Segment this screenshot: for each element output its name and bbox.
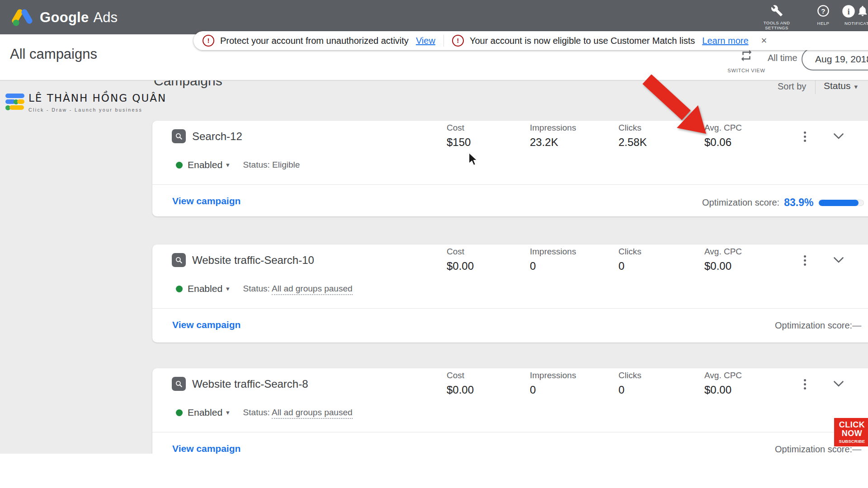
sort-by-label: Sort by (778, 81, 806, 92)
switch-view-icon (739, 49, 754, 62)
subscribe-badge[interactable]: CLICK NOW SUBSCRIBE (834, 418, 868, 446)
alert-divider (443, 35, 444, 47)
stat-avg-cpc: Avg. CPC$0.00 (704, 371, 742, 396)
badge-line2: NOW (834, 429, 868, 438)
google-ads-triangle-icon (12, 8, 33, 27)
caret-down-icon[interactable]: ▾ (226, 408, 230, 417)
stat-label: Cost (447, 371, 474, 380)
google-ads-logo: GoogleAds (12, 8, 118, 27)
time-range-label[interactable]: All time (768, 53, 797, 63)
campaign-card-website-traffic-search-10: Website traffic-Search-10 Cost$0.00 Impr… (152, 244, 868, 343)
sort-status-dropdown[interactable]: Status▾ (824, 80, 858, 91)
stat-clicks: Clicks0 (618, 247, 642, 272)
watermark-text: LÊ THÀNH HỒNG QUÂN Click - Draw - Launch… (28, 92, 166, 113)
enabled-dot-icon (176, 409, 183, 416)
optimization-value: 83.9% (784, 197, 813, 209)
more-options-icon[interactable] (804, 255, 806, 266)
tools-and-settings-button[interactable]: TOOLS AND SETTINGS (756, 5, 797, 30)
stat-value: 0 (530, 384, 576, 396)
bottom-letterbox (0, 454, 868, 488)
more-options-icon[interactable] (804, 379, 806, 389)
badge-line3: SUBSCRIBE (834, 439, 868, 444)
enabled-dot-icon (176, 286, 183, 292)
card-divider (152, 184, 868, 185)
svg-text:?: ? (821, 7, 825, 15)
stat-impressions: Impressions0 (530, 247, 576, 272)
campaign-status: Status: All ad groups paused (243, 284, 353, 294)
caret-down-icon[interactable]: ▾ (226, 285, 230, 293)
mouse-cursor-icon (468, 152, 479, 166)
alert-bar: ! Protect your account from unauthorized… (193, 31, 868, 50)
chevron-down-icon[interactable] (833, 133, 844, 141)
stat-value: 0 (530, 260, 576, 272)
view-campaign-link[interactable]: View campaign (172, 196, 241, 206)
brand-ads: Ads (94, 9, 118, 25)
optimization-score: Optimization score: 83.9% (702, 197, 864, 209)
wrench-icon (771, 5, 783, 17)
caret-down-icon[interactable]: ▾ (226, 161, 230, 169)
view-link[interactable]: View (416, 36, 435, 46)
campaign-name[interactable]: Search-12 (192, 130, 242, 143)
status-detail[interactable]: All ad groups paused (272, 284, 353, 295)
red-annotation-arrow (640, 75, 712, 139)
status-row: Enabled ▾ Status: All ad groups paused (176, 407, 353, 418)
optimization-label: Optimization score: (775, 320, 852, 331)
warning-icon: ! (203, 35, 214, 47)
top-app-bar: GoogleAds TOOLS AND SETTINGS ? HELP i NO… (0, 0, 868, 34)
chevron-down-icon[interactable] (833, 380, 844, 389)
stat-value: 0 (618, 260, 642, 272)
search-campaign-icon (172, 377, 186, 391)
svg-text:i: i (847, 7, 849, 16)
campaign-name[interactable]: Website traffic-Search-8 (192, 378, 308, 390)
campaign-card-website-traffic-search-8: Website traffic-Search-8 Cost$0.00 Impre… (152, 368, 868, 466)
campaign-state[interactable]: Enabled (188, 160, 222, 170)
stat-value: 0 (618, 384, 642, 396)
page-title: All campaigns (10, 46, 97, 62)
close-icon[interactable]: × (761, 35, 767, 47)
stat-label: Clicks (618, 371, 642, 380)
date-range-picker[interactable]: Aug 19, 2018 (802, 48, 868, 70)
campaign-status: Status: All ad groups paused (243, 408, 353, 418)
campaign-name[interactable]: Website traffic-Search-10 (192, 254, 314, 267)
stat-label: Avg. CPC (704, 247, 742, 257)
watermark-name: LÊ THÀNH HỒNG QUÂN (28, 92, 166, 104)
channel-watermark: LÊ THÀNH HỒNG QUÂN Click - Draw - Launch… (5, 92, 166, 113)
campaign-card-search-12: Search-12 Cost$150 Impressions23.2K Clic… (152, 121, 868, 216)
learn-more-link[interactable]: Learn more (702, 36, 748, 46)
watermark-tagline: Click - Draw - Launch your business (28, 107, 166, 113)
view-campaign-link[interactable]: View campaign (172, 319, 241, 330)
card-divider (152, 308, 868, 309)
help-label: HELP (810, 21, 836, 26)
status-prefix: Status: (243, 284, 270, 293)
search-campaign-icon (172, 253, 186, 267)
card-divider (152, 432, 868, 432)
notifications-button[interactable]: NOTIFICATIONS (856, 5, 868, 26)
badge-line1: CLICK (834, 421, 868, 429)
stat-impressions: Impressions23.2K (530, 123, 576, 149)
account-info-button[interactable]: i (841, 5, 856, 20)
switch-view-button[interactable]: SWITCH VIEW (717, 49, 776, 73)
stat-value: $0.00 (704, 384, 742, 396)
status-detail[interactable]: All ad groups paused (272, 408, 353, 419)
info-icon: i (842, 5, 855, 18)
stat-cost: Cost$0.00 (447, 371, 474, 396)
sort-value: Status (824, 80, 851, 91)
switch-view-label: SWITCH VIEW (717, 68, 776, 73)
stat-label: Cost (447, 247, 474, 257)
more-options-icon[interactable] (804, 131, 806, 142)
alert-text-customer-match: Your account is now eligible to use Cust… (470, 36, 695, 46)
campaign-state[interactable]: Enabled (188, 407, 222, 418)
stat-impressions: Impressions0 (530, 371, 576, 396)
stat-value: $150 (447, 136, 471, 149)
view-campaign-link[interactable]: View campaign (172, 443, 241, 454)
search-campaign-icon (172, 129, 186, 143)
campaign-state[interactable]: Enabled (188, 283, 222, 294)
stat-label: Impressions (530, 123, 576, 133)
chevron-down-icon[interactable] (833, 257, 844, 265)
tools-and-settings-label: TOOLS AND SETTINGS (761, 20, 793, 30)
warning-icon: ! (452, 35, 464, 47)
stat-cost: Cost$0.00 (447, 247, 474, 272)
help-button[interactable]: ? HELP (810, 5, 836, 26)
stat-cost: Cost$150 (447, 123, 471, 149)
stat-value: 23.2K (530, 136, 576, 149)
